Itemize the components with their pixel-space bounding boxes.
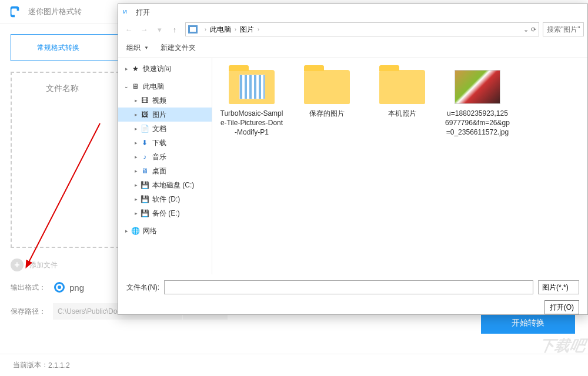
folder-icon (229, 70, 275, 104)
chevron-right-icon: › (205, 26, 206, 32)
toolbar-new-folder[interactable]: 新建文件夹 (161, 43, 196, 53)
watermark: 下载吧 (537, 335, 587, 356)
toolbar-new-folder-label: 新建文件夹 (161, 43, 196, 53)
dialog-titlebar: ᴎ 打开 (118, 4, 587, 21)
toolbar-organize[interactable]: 组织▼ (126, 43, 149, 53)
tree-disk-e[interactable]: ▸💾备份 (E:) (118, 206, 212, 220)
column-header-filename: 文件名称 (46, 83, 79, 94)
file-list: TurboMosaic-Sample-Tile-Pictures-Dont-Mo… (212, 58, 587, 274)
tree-label: 网络 (143, 226, 157, 236)
file-label: u=1880235923,1256977796&fm=26&gp=0_23566… (445, 109, 510, 137)
output-format-label: 输出格式： (11, 283, 46, 293)
app-title: 迷你图片格式转 (28, 6, 82, 17)
pictures-icon: 🖼 (139, 110, 150, 119)
dialog-title: 打开 (136, 8, 150, 18)
tree-label: 文档 (152, 124, 166, 134)
file-item[interactable]: 保存的图片 (295, 70, 359, 118)
open-button[interactable]: 打开(O) (544, 300, 579, 314)
tree-music[interactable]: ▸♪音乐 (118, 150, 212, 164)
file-item[interactable]: TurboMosaic-Sample-Tile-Pictures-Dont-Mo… (219, 70, 284, 137)
pc-icon (188, 25, 198, 33)
output-format-value: png (69, 283, 84, 293)
folder-icon (379, 70, 425, 104)
folder-icon (304, 70, 350, 104)
nav-up-button[interactable]: ↑ (168, 22, 182, 36)
tree-label: 软件 (D:) (152, 194, 180, 204)
chevron-down-icon: ▼ (144, 45, 149, 51)
tab-label: 常规格式转换 (37, 43, 79, 53)
toolbar-organize-label: 组织 (126, 43, 141, 53)
nav-tree: ▸★快速访问 ⌄🖥此电脑 ▸🎞视频 ▸🖼图片 ▸📄文档 ▸⬇下载 ▸♪音乐 ▸🖥… (118, 58, 212, 274)
file-item[interactable]: 本机照片 (370, 70, 435, 118)
star-icon: ★ (130, 65, 141, 73)
tree-videos[interactable]: ▸🎞视频 (118, 93, 212, 108)
nav-back-button[interactable]: ← (122, 22, 136, 36)
tree-label: 音乐 (152, 152, 166, 162)
tree-network[interactable]: ▸🌐网络 (118, 224, 212, 238)
file-item[interactable]: u=1880235923,1256977796&fm=26&gp=0_23566… (445, 70, 510, 137)
file-type-filter[interactable]: 图片(*.*) (538, 280, 579, 294)
breadcrumb-root[interactable]: 此电脑 (210, 25, 231, 35)
tree-label: 快速访问 (143, 64, 171, 74)
tree-this-pc[interactable]: ⌄🖥此电脑 (118, 79, 212, 93)
refresh-icon[interactable]: ⟳ (531, 26, 536, 33)
tree-documents[interactable]: ▸📄文档 (118, 122, 212, 136)
drive-icon: 💾 (139, 195, 150, 203)
desktop-icon: 🖥 (139, 167, 150, 175)
tree-downloads[interactable]: ▸⬇下载 (118, 136, 212, 150)
start-convert-button[interactable]: 开始转换 (481, 313, 575, 334)
drive-icon: 💾 (139, 181, 150, 189)
radio-png[interactable] (54, 282, 65, 293)
documents-icon: 📄 (139, 125, 150, 133)
search-input[interactable] (547, 25, 580, 33)
tree-desktop[interactable]: ▸🖥桌面 (118, 164, 212, 178)
dialog-body: ▸★快速访问 ⌄🖥此电脑 ▸🎞视频 ▸🖼图片 ▸📄文档 ▸⬇下载 ▸♪音乐 ▸🖥… (118, 58, 587, 274)
tree-label: 下载 (152, 138, 166, 148)
breadcrumb-bar[interactable]: › 此电脑 › 图片 › ⌄⟳ (185, 22, 539, 36)
network-icon: 🌐 (130, 227, 141, 235)
file-label: 本机照片 (388, 109, 416, 118)
downloads-icon: ⬇ (139, 139, 150, 147)
chevron-right-icon: › (258, 26, 259, 32)
file-label: 保存的图片 (309, 109, 345, 118)
pc-icon: 🖥 (130, 82, 141, 90)
dialog-app-icon: ᴎ (123, 8, 132, 17)
tree-label: 桌面 (152, 166, 166, 176)
image-thumbnail (455, 70, 500, 104)
chevron-right-icon: › (235, 26, 236, 32)
tree-label: 备份 (E:) (152, 209, 180, 219)
plus-icon: + (11, 258, 24, 271)
filename-label: 文件名(N): (126, 283, 159, 293)
tree-label: 本地磁盘 (C:) (152, 180, 194, 190)
drive-icon: 💾 (139, 209, 150, 217)
breadcrumb-current[interactable]: 图片 (240, 25, 254, 35)
dialog-nav-bar: ← → ▾ ↑ › 此电脑 › 图片 › ⌄⟳ (118, 21, 587, 38)
dialog-toolbar: 组织▼ 新建文件夹 (118, 38, 587, 58)
filter-label: 图片(*.*) (542, 283, 569, 293)
version-label: 当前版本： (13, 360, 48, 370)
nav-recent-button[interactable]: ▾ (152, 22, 166, 36)
filename-input[interactable] (164, 280, 533, 294)
video-icon: 🎞 (139, 96, 150, 105)
tree-quick-access[interactable]: ▸★快速访问 (118, 62, 212, 76)
app-logo-icon (8, 5, 21, 18)
open-button-label: 打开(O) (550, 303, 574, 313)
version-value: 2.1.1.2 (48, 361, 70, 370)
nav-forward-button[interactable]: → (137, 22, 151, 36)
music-icon: ♪ (139, 153, 150, 161)
file-label: TurboMosaic-Sample-Tile-Pictures-Dont-Mo… (219, 109, 284, 137)
save-path-label: 保存路径： (11, 307, 46, 317)
version-bar: 当前版本： 2.1.1.2 (0, 354, 588, 376)
add-file-label: 添加文件 (29, 260, 58, 270)
chevron-down-icon[interactable]: ⌄ (523, 26, 529, 33)
dialog-footer: 文件名(N): 图片(*.*) 打开(O) (118, 274, 587, 314)
tree-label: 图片 (152, 110, 166, 120)
tree-disk-d[interactable]: ▸💾软件 (D:) (118, 192, 212, 206)
search-box[interactable] (543, 22, 584, 36)
tree-label: 此电脑 (143, 82, 164, 92)
tree-label: 视频 (152, 96, 166, 106)
tree-disk-c[interactable]: ▸💾本地磁盘 (C:) (118, 178, 212, 192)
tree-pictures[interactable]: ▸🖼图片 (118, 108, 212, 122)
file-open-dialog: ᴎ 打开 ← → ▾ ↑ › 此电脑 › 图片 › ⌄⟳ 组织▼ 新建文件夹 ▸… (118, 4, 588, 315)
